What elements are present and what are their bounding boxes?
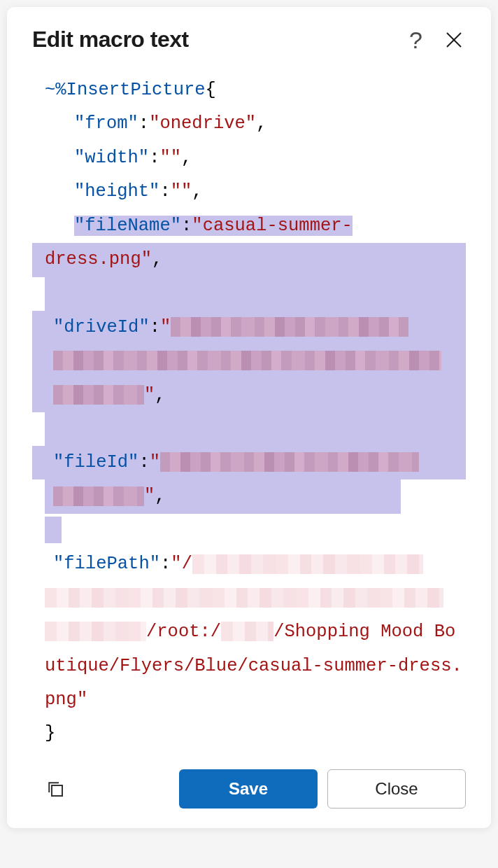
json-key: "width" (74, 148, 149, 168)
code-line: "fileName":"casual-summer- (32, 209, 466, 243)
json-key: "driveId" (53, 317, 150, 337)
svg-rect-2 (52, 785, 62, 796)
brace-close: } (45, 723, 55, 743)
code-line: "from":"onedrive", (32, 107, 466, 141)
quote: " (150, 452, 160, 472)
json-value: /root:/ (146, 622, 221, 642)
code-line: "height":"", (32, 175, 466, 209)
close-button[interactable]: Close (327, 769, 466, 808)
json-value: "casual-summer- (192, 216, 353, 236)
json-key: "filePath" (53, 554, 160, 574)
copy-icon[interactable] (43, 777, 67, 801)
json-value: "" (171, 181, 192, 202)
code-line: "width":"", (32, 141, 466, 175)
code-line: ~%InsertPicture{ (32, 74, 466, 107)
json-key: "height" (74, 181, 159, 202)
dialog-header: Edit macro text ? (32, 27, 466, 52)
redacted-value (221, 622, 273, 641)
redacted-value (171, 317, 408, 337)
quote: " (160, 317, 171, 337)
json-key: "from" (74, 113, 138, 134)
edit-macro-dialog: Edit macro text ? ~%InsertPicture{ "from… (7, 7, 491, 828)
redacted-value (53, 385, 144, 405)
code-line: "filePath":"/ (32, 547, 466, 581)
close-icon[interactable] (442, 28, 466, 52)
code-line (32, 582, 466, 615)
json-value: "onedrive" (149, 113, 256, 134)
redacted-value (53, 486, 144, 506)
redacted-value (192, 554, 423, 574)
json-key: "fileName" (74, 216, 181, 236)
save-button[interactable]: Save (179, 769, 318, 808)
header-icons: ? (409, 28, 466, 52)
quote: " (144, 385, 155, 405)
brace-open: { (206, 80, 216, 100)
dialog-footer: Save Close (32, 769, 466, 808)
json-value: "/ (171, 554, 192, 574)
code-line: "fileId":" (32, 446, 466, 479)
redacted-value (45, 588, 443, 608)
redacted-value (160, 452, 419, 472)
json-key: "fileId" (53, 452, 138, 472)
code-line: "driveId":" (32, 311, 466, 344)
dialog-title: Edit macro text (32, 27, 189, 52)
code-line (32, 514, 466, 547)
quote: " (144, 486, 155, 506)
macro-code-editor[interactable]: ~%InsertPicture{ "from":"onedrive", "wid… (32, 69, 466, 764)
code-line: dress.png", (32, 243, 466, 276)
code-line: } (32, 717, 466, 750)
code-line: ", (32, 379, 466, 412)
code-line: /root://Shopping Mood Boutique/Flyers/Bl… (32, 615, 466, 717)
redacted-value (45, 622, 146, 641)
directive-token: ~%InsertPicture (45, 80, 206, 100)
help-icon[interactable]: ? (409, 28, 422, 52)
code-line: ", (32, 479, 466, 513)
json-value: dress.png" (45, 249, 152, 270)
redacted-value (53, 351, 441, 370)
json-value: "" (159, 148, 181, 168)
code-line (32, 344, 466, 378)
